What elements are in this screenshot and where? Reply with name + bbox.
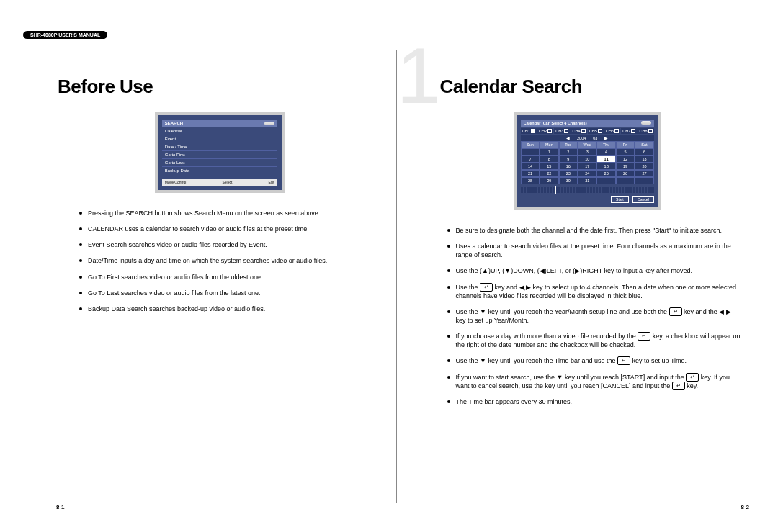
menu-item: Event (162, 135, 277, 143)
year-value: 2004 (577, 136, 586, 140)
footer-exit: Exit (268, 180, 274, 184)
channel-ch1: CH1 (521, 128, 537, 134)
enter-key-icon: ↵ (480, 283, 493, 292)
left-column: Before Use SEARCH Calendar Event Date / … (58, 50, 382, 503)
channel-ch3: CH3 (554, 128, 570, 134)
channel-ch2: CH2 (537, 128, 553, 134)
enter-key-icon: ↵ (669, 307, 682, 316)
brand-logo (641, 121, 651, 125)
calendar-buttons: Start Cancel (521, 196, 654, 203)
next-icon: ▶ (604, 136, 608, 140)
manual-title-pill: SHR-4080P USER'S MANUAL (23, 31, 107, 39)
menu-item: Backup Data (162, 166, 277, 174)
list-item: The Time bar appears every 30 minutes. (447, 397, 743, 406)
brand-logo (264, 122, 274, 125)
cancel-button: Cancel (632, 196, 654, 203)
enter-key-icon: ↵ (686, 373, 699, 382)
list-item: Use the (▲)UP, (▼)DOWN, (◀)LEFT, or (▶)R… (447, 266, 743, 275)
list-item: Backup Data Search searches backed-up vi… (79, 305, 375, 313)
menu-item: Go to First (162, 150, 277, 158)
list-item: Use the ▼ key until you reach the Year/M… (447, 307, 743, 325)
search-menu-panel: SEARCH Calendar Event Date / Time Go to … (155, 112, 285, 193)
header-rule (23, 42, 755, 42)
before-use-heading: Before Use (58, 76, 382, 98)
search-menu-title: SEARCH (162, 120, 277, 127)
enter-key-icon: ↵ (672, 382, 685, 390)
list-item: Event Search searches video or audio fil… (79, 240, 375, 249)
calendar-title: Calendar (Can Select 4 Channels) (521, 120, 654, 127)
channel-row: CH1 CH2 CH3 CH4 CH5 CH6 CH7 CH8 (521, 128, 654, 134)
calendar-panel: Calendar (Can Select 4 Channels) CH1 CH2… (514, 112, 661, 210)
menu-item: Go to Last (162, 158, 277, 166)
list-item: Use the ▼ key until you reach the Time b… (447, 356, 743, 365)
month-value: 03 (593, 136, 597, 140)
calendar-title-text: Calendar (Can Select 4 Channels) (524, 121, 587, 125)
list-item: CALENDAR uses a calendar to search video… (79, 225, 375, 233)
page-header: SHR-4080P USER'S MANUAL (23, 30, 755, 42)
chapter-number: 1 (397, 36, 441, 115)
search-menu-footer: Move/Control Select Exit (162, 179, 277, 186)
calendar-grid: 1234567891011121314151617181920212223242… (521, 148, 654, 184)
start-button: Start (611, 196, 629, 203)
time-cursor (555, 186, 556, 194)
calendar-figure: Calendar (Can Select 4 Channels) CH1 CH2… (426, 112, 750, 210)
footer-move: Move/Control (165, 180, 187, 184)
list-item: If you choose a day with more than a vid… (447, 332, 743, 349)
list-item: Be sure to designate both the channel an… (447, 226, 743, 235)
menu-item: Date / Time (162, 143, 277, 150)
calendar-search-heading: Calendar Search (440, 76, 750, 98)
list-item: Uses a calendar to search video files at… (447, 242, 743, 259)
enter-key-icon: ↵ (617, 356, 630, 365)
before-use-bullets: Pressing the SEARCH button shows Search … (79, 209, 375, 313)
list-item: If you want to start search, use the ▼ k… (447, 373, 743, 390)
footer-select: Select (222, 180, 232, 184)
page-number-right: 8-2 (741, 504, 749, 510)
menu-item: Calendar (162, 127, 277, 135)
calendar-day-header: SunMonTueWedThuFriSat (521, 141, 654, 148)
search-title-text: SEARCH (165, 121, 183, 125)
search-menu-figure: SEARCH Calendar Event Date / Time Go to … (58, 112, 382, 193)
channel-ch5: CH5 (588, 128, 604, 134)
time-bar (521, 187, 654, 193)
list-item: Use the ↵ key and ◀,▶ key to select up t… (447, 283, 743, 300)
channel-ch6: CH6 (604, 128, 620, 134)
channel-ch7: CH7 (621, 128, 637, 134)
page-number-left: 8-1 (56, 504, 65, 510)
channel-ch4: CH4 (571, 128, 587, 134)
list-item: Pressing the SEARCH button shows Search … (79, 209, 375, 217)
year-month-row: ◀ 2004 03 ▶ (521, 135, 654, 141)
enter-key-icon: ↵ (638, 332, 650, 341)
channel-ch8: CH8 (638, 128, 654, 134)
two-column-layout: Before Use SEARCH Calendar Event Date / … (58, 50, 749, 503)
prev-icon: ◀ (566, 136, 570, 140)
list-item: Go To First searches video or audio file… (79, 273, 375, 281)
list-item: Go To Last searches video or audio files… (79, 289, 375, 297)
list-item: Date/Time inputs a day and time on which… (79, 256, 375, 265)
calendar-search-bullets: Be sure to designate both the channel an… (447, 226, 743, 406)
right-column: 1 Calendar Search Calendar (Can Select 4… (396, 50, 750, 503)
